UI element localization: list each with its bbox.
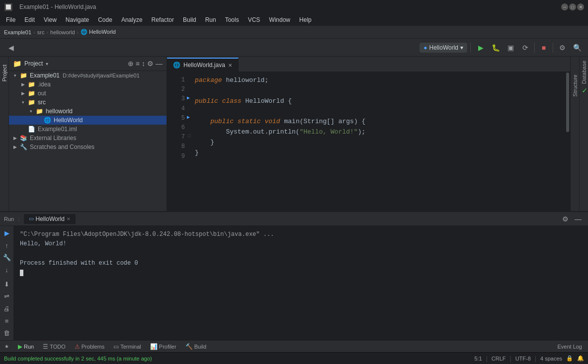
project-vertical-tab[interactable]: Project xyxy=(0,62,8,84)
menu-item-analyze[interactable]: Analyze xyxy=(117,15,147,24)
code-line-8: } xyxy=(195,148,561,158)
menu-item-vcs[interactable]: VCS xyxy=(244,15,264,24)
status-bar: Build completed successfully in 2 sec, 4… xyxy=(0,352,588,364)
autoscroll-action[interactable]: ↕ xyxy=(142,60,145,68)
console-cursor-line xyxy=(20,268,582,278)
run-label: Run xyxy=(4,216,14,222)
breadcrumb-item[interactable]: Example01 xyxy=(4,29,31,35)
back-button[interactable]: ◀ xyxy=(4,41,18,55)
build-button[interactable]: ⚙ xyxy=(555,41,569,55)
settings-icon[interactable]: ⚙ xyxy=(559,214,571,224)
run-bottom-tab[interactable]: ▶ Run xyxy=(14,342,38,351)
process-status-text: Process finished with exit code 0 xyxy=(20,260,138,267)
settings-action[interactable]: ⚙ xyxy=(147,60,154,68)
down-button[interactable]: ↓ xyxy=(1,265,12,275)
profile-button[interactable]: ⟳ xyxy=(518,41,532,55)
main-toolbar: ◀ ● HelloWorld ▾ ▶ 🐛 ▣ ⟳ ■ ⚙ 🔍 xyxy=(0,39,588,57)
cursor-position[interactable]: 5:1 xyxy=(474,356,482,362)
command-text: "C:\Program Files\AdoptOpenJDK\jdk-8.0.2… xyxy=(20,231,274,238)
encoding[interactable]: UTF-8 xyxy=(515,356,531,362)
tree-item-iml[interactable]: ▶ 📄 Example01.iml xyxy=(9,125,167,134)
search-button[interactable]: 🔍 xyxy=(570,41,584,55)
menu-item-file[interactable]: File xyxy=(2,15,19,24)
play-button[interactable]: ▶ xyxy=(1,228,12,238)
menu-item-run[interactable]: Run xyxy=(201,15,220,24)
tree-item-scratches[interactable]: ▶ 🔧 Scratches and Consoles xyxy=(9,143,167,151)
database-tab[interactable]: Database xyxy=(580,57,588,88)
window-controls[interactable]: ─ □ ✕ xyxy=(561,3,584,10)
code-content[interactable]: package helloworld; public class HelloWo… xyxy=(191,72,565,211)
todo-bottom-tab[interactable]: ☰ TODO xyxy=(39,342,70,351)
close-button[interactable]: ✕ xyxy=(577,3,584,10)
run-button[interactable]: ▶ xyxy=(474,41,488,55)
run-tab-helloworld[interactable]: ▭ HelloWorld ✕ xyxy=(24,214,76,224)
menu-item-tools[interactable]: Tools xyxy=(221,15,243,24)
scroll-to-end-button[interactable]: ⬇ xyxy=(1,279,12,290)
build-status-text: Build completed successfully in 2 sec, 4… xyxy=(4,356,152,362)
minimize-panel-button[interactable]: — xyxy=(572,214,584,224)
menu-item-view[interactable]: View xyxy=(40,15,61,24)
project-tree: ▾ 📁 Example01 D:#dev#study#java#Example0… xyxy=(9,71,167,151)
wrench-button[interactable]: 🔧 xyxy=(1,252,12,263)
tree-item-example01[interactable]: ▾ 📁 Example01 D:#dev#study#java#Example0… xyxy=(9,71,167,80)
editor-scrollbar[interactable]: ✓ xyxy=(565,72,570,211)
structure-tab[interactable]: Structure xyxy=(571,72,579,100)
menu-item-help[interactable]: Help xyxy=(295,15,316,24)
run-config-label: HelloWorld xyxy=(429,44,458,51)
collapse-action[interactable]: ≡ xyxy=(136,60,140,68)
build-icon: 🔨 xyxy=(185,343,193,350)
debug-button[interactable]: 🐛 xyxy=(489,41,503,55)
problems-bottom-tab[interactable]: ⚠ Problems xyxy=(71,342,108,351)
tree-item-src[interactable]: ▾ 📁 src xyxy=(9,98,167,107)
menu-item-window[interactable]: Window xyxy=(265,15,294,24)
line-number-3: 3 ▶ xyxy=(169,94,189,104)
minimize-button[interactable]: ─ xyxy=(561,3,568,10)
line-number-1: 1 xyxy=(169,75,189,85)
menu-item-code[interactable]: Code xyxy=(94,15,116,24)
indent[interactable]: 4 spaces xyxy=(540,356,562,362)
menu-item-edit[interactable]: Edit xyxy=(20,15,39,24)
tree-item-idea[interactable]: ▶ 📁 .idea xyxy=(9,80,167,89)
tree-item-out[interactable]: ▶ 📁 out xyxy=(9,89,167,98)
breadcrumb-item[interactable]: helloworld xyxy=(50,29,75,35)
code-editor[interactable]: 1 2 3 ▶ 4 5 ▶ 6 7 □ 8 9 package hellowor… xyxy=(167,72,570,211)
scope-action[interactable]: ⊕ xyxy=(128,60,134,68)
delete-button[interactable]: 🗑 xyxy=(1,328,12,338)
editor-tab-helloworld[interactable]: 🌐 HelloWorld.java ✕ xyxy=(167,58,239,72)
run-with-coverage-button[interactable]: ▣ xyxy=(504,41,517,55)
menu-item-navigate[interactable]: Navigate xyxy=(62,15,93,24)
line-separator[interactable]: CRLF xyxy=(492,356,506,362)
rerun-button[interactable]: ↑ xyxy=(1,240,12,251)
console-area[interactable]: "C:\Program Files\AdoptOpenJDK\jdk-8.0.2… xyxy=(14,226,588,340)
tree-item-extlibs[interactable]: ▶ 📚 External Libraries xyxy=(9,134,167,143)
profiler-bottom-tab[interactable]: 📊 Profiler xyxy=(146,342,180,351)
stack-button[interactable]: ≡ xyxy=(1,316,12,326)
event-log-tab[interactable]: Event Log xyxy=(553,343,586,351)
tab-close-button[interactable]: ✕ xyxy=(228,63,232,68)
editor-area: 🌐 HelloWorld.java ✕ 1 2 3 ▶ 4 5 ▶ 6 7 □ … xyxy=(167,57,570,211)
project-panel: 📁 Project ▾ ⊕ ≡ ↕ ⚙ — ▾ 📁 Example01 D:#d… xyxy=(9,57,167,211)
tree-item-helloworld[interactable]: ▾ 📁 helloworld xyxy=(9,107,167,116)
build-bottom-tab[interactable]: 🔨 Build xyxy=(181,342,210,351)
menu-item-refactor[interactable]: Refactor xyxy=(148,15,178,24)
maximize-button[interactable]: □ xyxy=(569,3,576,10)
scroll-thumb[interactable] xyxy=(566,73,569,132)
toolbar-right: ▶ 🐛 ▣ ⟳ ■ ⚙ 🔍 xyxy=(474,41,584,55)
tree-item-helloworld-java[interactable]: ▶ 🌐 HelloWorld xyxy=(9,116,167,125)
stop-button[interactable]: ■ xyxy=(537,41,551,55)
breadcrumb-item[interactable]: src xyxy=(37,29,45,35)
run-tab-close[interactable]: ✕ xyxy=(67,217,71,221)
print-button[interactable]: 🖨 xyxy=(1,303,12,314)
hide-action[interactable]: — xyxy=(156,60,163,68)
breadcrumb-item[interactable]: 🌐 HelloWorld xyxy=(81,29,116,35)
menu-item-build[interactable]: Build xyxy=(179,15,200,24)
menu-bar: FileEditViewNavigateCodeAnalyzeRefactorB… xyxy=(0,14,588,26)
build-status: Build completed successfully in 2 sec, 4… xyxy=(4,356,152,362)
terminal-bottom-tab[interactable]: ▭ Terminal xyxy=(109,342,145,351)
run-tab-icon: ▭ xyxy=(29,216,34,222)
favorites-icon[interactable]: ★ xyxy=(3,341,10,352)
run-configuration[interactable]: ● HelloWorld ▾ xyxy=(420,43,467,53)
favorites-area: ★ xyxy=(2,341,11,352)
console-cursor xyxy=(20,270,23,276)
soft-wrap-button[interactable]: ⇌ xyxy=(1,291,12,301)
